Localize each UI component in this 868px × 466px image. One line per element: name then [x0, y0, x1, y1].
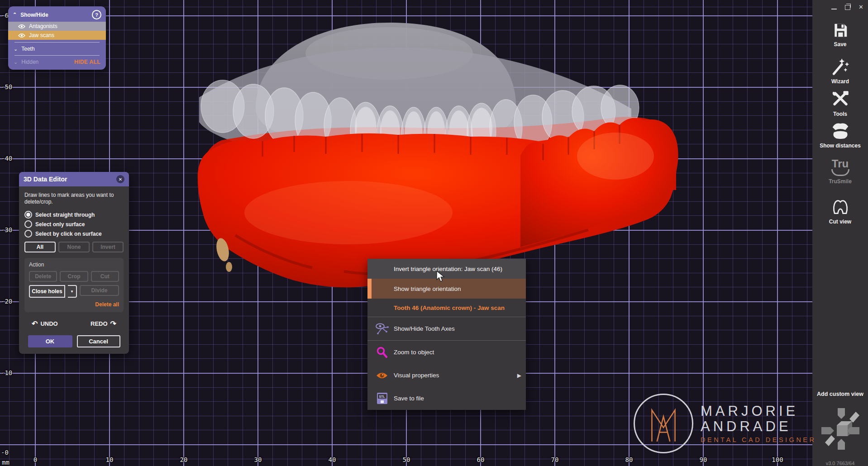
menu-item-invert-triangle-orientation[interactable]: Invert triangle orientation: Jaw scan (4…: [367, 259, 526, 279]
collapse-icon[interactable]: ⌃: [13, 12, 17, 18]
menu-item-label: Show/Hide Tooth Axes: [394, 325, 455, 332]
cut-view-button[interactable]: Cut view: [812, 197, 868, 225]
hide-all-button[interactable]: HIDE ALL: [74, 59, 100, 65]
dialog-titlebar[interactable]: 3D Data Editor ✕: [19, 172, 129, 186]
help-icon[interactable]: ?: [92, 10, 101, 19]
tool-label: Tools: [833, 111, 847, 117]
layer-item-jaw-scans[interactable]: Jaw scans: [8, 31, 106, 40]
app-window: -60 -50 -40 -30 -20 -10 -0 mm 0 10 20 30…: [0, 0, 868, 466]
add-custom-view-button[interactable]: Add custom view: [812, 391, 868, 397]
eye-icon: [18, 24, 25, 29]
ruler-x-label: 60: [477, 456, 485, 463]
tool-label: TruSmile: [829, 178, 852, 185]
menu-item-show-hide-tooth-axes[interactable]: Show/Hide Tooth Axes: [367, 317, 526, 341]
ruler-x-label: 0: [33, 456, 37, 463]
radio-select-by-click[interactable]: Select by click on surface: [24, 230, 124, 238]
show-distances-button[interactable]: Show distances: [812, 121, 868, 149]
eye-icon: [375, 371, 389, 380]
ruler-y-label: -40: [1, 155, 12, 162]
wizard-icon: [831, 57, 850, 76]
menu-item-show-triangle-orientation[interactable]: Show triangle orientation: [367, 279, 526, 299]
save-icon: [832, 22, 849, 39]
magnifier-icon: [375, 347, 389, 358]
save-button[interactable]: Save: [812, 22, 868, 48]
cut-button[interactable]: Cut: [91, 271, 119, 282]
radio-label: Select straight through: [35, 212, 95, 218]
menu-header-label: Tooth 46 (Anatomic crown) - Jaw scan: [394, 304, 505, 311]
toolbar-sidebar: ✕ Save Wizard: [812, 0, 868, 466]
trusmile-button[interactable]: Tru TruSmile: [812, 159, 868, 185]
redo-button[interactable]: REDO ↷: [91, 319, 116, 328]
undo-label: UNDO: [40, 320, 57, 327]
menu-item-label: Show triangle orientation: [394, 285, 461, 292]
dialog-description: Draw lines to mark areas you want to del…: [24, 192, 124, 205]
ruler-unit-label: mm: [2, 459, 10, 466]
radio-label: Select by click on surface: [35, 231, 102, 237]
ruler-y-label: -20: [1, 298, 12, 305]
radio-label: Select only surface: [35, 221, 85, 228]
ruler-x-label: 30: [254, 456, 262, 463]
layer-label: Antagonists: [29, 23, 57, 29]
all-button[interactable]: All: [24, 242, 56, 252]
ruler-y-label: -50: [1, 83, 12, 90]
ok-button[interactable]: OK: [28, 335, 72, 347]
undo-button[interactable]: ↶ UNDO: [32, 319, 58, 328]
ruler-x-label: 90: [700, 456, 707, 463]
restore-button[interactable]: [845, 5, 850, 10]
wizard-button[interactable]: Wizard: [812, 57, 868, 85]
dialog-title: 3D Data Editor: [24, 176, 67, 183]
group-hidden[interactable]: ⌄ Hidden HIDE ALL: [8, 58, 106, 66]
delete-button[interactable]: Delete: [29, 271, 57, 282]
undo-icon: ↶: [32, 319, 38, 328]
chevron-down-icon: ⌄: [14, 59, 18, 65]
context-menu: Invert triangle orientation: Jaw scan (4…: [367, 259, 526, 410]
window-close-button[interactable]: ✕: [858, 4, 863, 11]
menu-item-zoom-to-object[interactable]: Zoom to object: [367, 341, 526, 364]
menu-item-label: Save to file: [394, 395, 424, 402]
minimize-button[interactable]: [831, 9, 837, 10]
ruler-y-label: -30: [1, 226, 12, 233]
layer-item-antagonists[interactable]: Antagonists: [8, 22, 106, 31]
group-teeth[interactable]: ⌄ Teeth: [8, 45, 106, 53]
cancel-button[interactable]: Cancel: [77, 335, 120, 347]
close-holes-button[interactable]: Close holes: [29, 285, 65, 298]
tool-label: Save: [834, 41, 846, 48]
ruler-x-label: 10: [106, 456, 114, 463]
ruler-x-label: 50: [403, 456, 410, 463]
delete-all-link[interactable]: Delete all: [29, 301, 119, 308]
group-label: Hidden: [21, 59, 38, 65]
menu-item-label: Zoom to object: [394, 349, 434, 356]
crop-button[interactable]: Crop: [60, 271, 88, 282]
ruler-x-label: 20: [180, 456, 188, 463]
tool-label: Wizard: [831, 78, 849, 85]
tools-icon: [831, 90, 850, 109]
none-button[interactable]: None: [58, 242, 90, 252]
show-distances-icon: [830, 121, 850, 140]
close-holes-dropdown[interactable]: ▾: [68, 285, 77, 298]
radio-select-only-surface[interactable]: Select only surface: [24, 220, 124, 228]
divider: [14, 55, 100, 56]
menu-item-visual-properties[interactable]: Visual properties ▶: [367, 364, 526, 387]
ruler-y-label: -10: [1, 369, 12, 376]
eye-icon: [18, 33, 25, 38]
action-group: Action Delete Crop Cut Close holes ▾ Div…: [24, 258, 124, 312]
view-navigation-widget[interactable]: [820, 405, 861, 452]
version-label: v3.0 7663/64: [812, 461, 868, 466]
invert-button[interactable]: Invert: [92, 242, 124, 252]
ruler-x-label: 40: [329, 456, 336, 463]
menu-item-label: Visual properties: [394, 372, 439, 379]
menu-header-tooth-46: Tooth 46 (Anatomic crown) - Jaw scan: [367, 299, 526, 317]
divide-button[interactable]: Divide: [80, 285, 119, 296]
chevron-down-icon: ⌄: [14, 46, 18, 52]
redo-label: REDO: [91, 320, 108, 327]
close-icon[interactable]: ✕: [116, 175, 124, 183]
menu-item-save-to-file[interactable]: STL Save to file: [367, 387, 526, 410]
divider: [14, 42, 100, 43]
tool-label: Show distances: [820, 143, 861, 149]
radio-select-straight-through[interactable]: Select straight through: [24, 211, 124, 219]
redo-icon: ↷: [110, 319, 116, 328]
3d-data-editor-dialog: 3D Data Editor ✕ Draw lines to mark area…: [19, 172, 129, 354]
ruler-x-label: 100: [772, 456, 783, 463]
tools-button[interactable]: Tools: [812, 90, 868, 117]
tooth-axes-icon: [375, 323, 389, 335]
